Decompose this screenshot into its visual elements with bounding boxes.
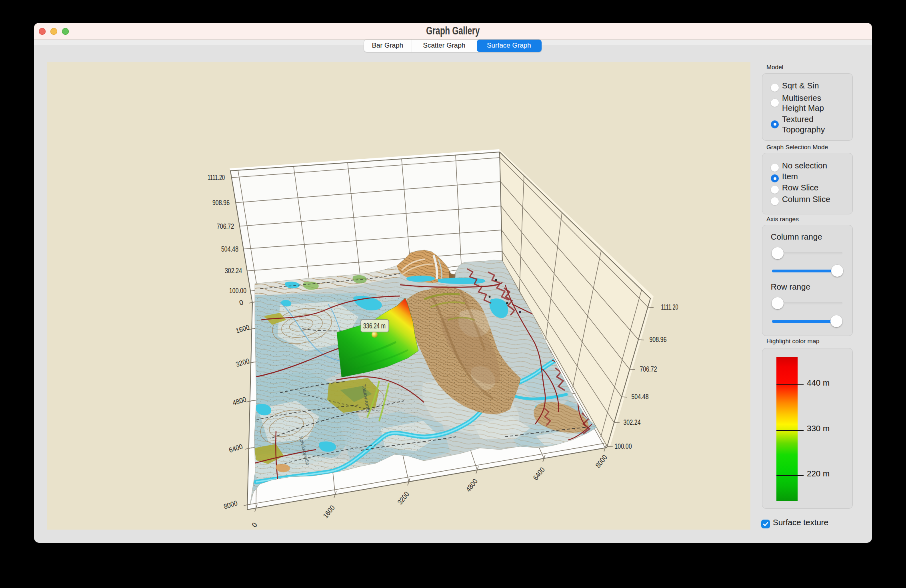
svg-text:504.48: 504.48 <box>221 245 238 253</box>
svg-text:8000: 8000 <box>594 453 609 469</box>
svg-text:6400: 6400 <box>228 442 244 454</box>
svg-text:4800: 4800 <box>464 477 479 493</box>
svg-text:1111.20: 1111.20 <box>208 174 225 182</box>
svg-text:3200: 3200 <box>396 490 411 506</box>
svg-text:6400: 6400 <box>532 466 546 482</box>
svg-text:8000: 8000 <box>223 499 239 510</box>
svg-text:302.24: 302.24 <box>624 418 641 426</box>
svg-text:908.96: 908.96 <box>212 199 230 207</box>
svg-text:1600: 1600 <box>235 323 251 335</box>
svg-text:100.00: 100.00 <box>615 442 632 450</box>
svg-text:336.24 m: 336.24 m <box>363 322 386 330</box>
svg-text:706.72: 706.72 <box>640 365 657 373</box>
svg-text:3200: 3200 <box>235 357 251 368</box>
svg-text:1600: 1600 <box>322 504 336 520</box>
svg-text:100.00: 100.00 <box>229 287 246 295</box>
svg-text:908.96: 908.96 <box>650 336 667 344</box>
svg-text:504.48: 504.48 <box>632 393 649 401</box>
svg-text:302.24: 302.24 <box>225 267 242 275</box>
svg-text:4800: 4800 <box>232 395 248 407</box>
svg-text:0: 0 <box>250 521 259 529</box>
svg-text:1111.20: 1111.20 <box>661 303 678 311</box>
svg-text:706.72: 706.72 <box>217 222 234 230</box>
svg-text:0: 0 <box>238 298 244 307</box>
